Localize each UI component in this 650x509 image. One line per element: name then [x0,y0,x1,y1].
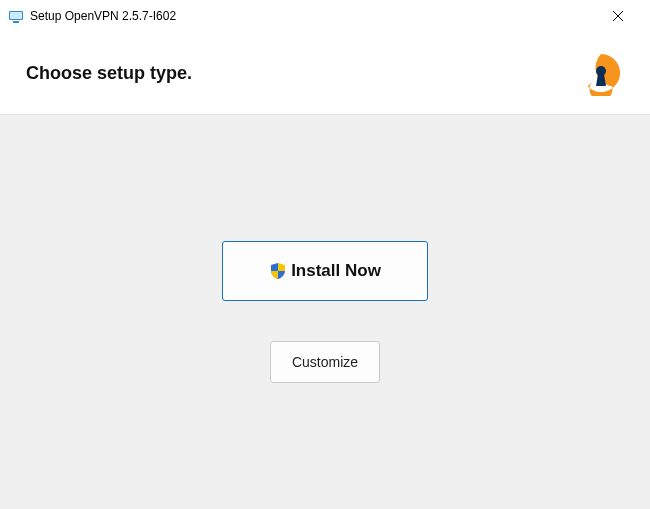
install-now-label: Install Now [291,261,381,281]
header: Choose setup type. [0,32,650,115]
openvpn-logo-icon [578,50,624,96]
titlebar: Setup OpenVPN 2.5.7-I602 [0,0,650,32]
install-now-button[interactable]: Install Now [222,241,428,301]
svg-rect-2 [13,21,19,23]
window-title: Setup OpenVPN 2.5.7-I602 [30,9,176,23]
customize-label: Customize [292,354,358,370]
uac-shield-icon [269,262,287,280]
installer-icon [8,8,24,24]
page-title: Choose setup type. [26,63,192,84]
close-button[interactable] [595,0,640,32]
close-icon [612,10,624,22]
svg-rect-1 [10,12,22,19]
content-area: Install Now Customize [0,115,650,509]
customize-button[interactable]: Customize [270,341,380,383]
